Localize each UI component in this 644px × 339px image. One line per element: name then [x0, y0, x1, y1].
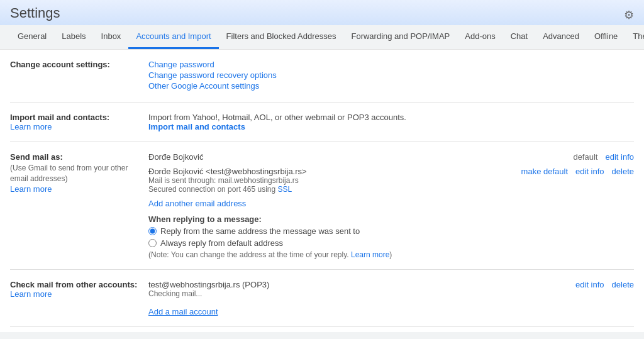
reply-option1-label: Reply from the same address the message … [160, 226, 360, 236]
section-content-send-mail: Đorđe Bojković default edit info Đorđe B… [148, 152, 634, 259]
nav-tab-addons[interactable]: Add-ons [457, 25, 502, 49]
import-learn-more[interactable]: Learn more [10, 122, 52, 131]
secondary-edit-link[interactable]: edit info [575, 167, 604, 176]
primary-edit-link[interactable]: edit info [605, 152, 634, 162]
reply-option2-row: Always reply from default address [148, 238, 634, 248]
import-action-link[interactable]: Import mail and contacts [148, 122, 245, 131]
change-account-link[interactable]: Other Google Account settings [148, 81, 634, 91]
secondary-secured: Secured connection on port 465 using SSL [148, 185, 521, 194]
nav-tab-filters[interactable]: Filters and Blocked Addresses [219, 25, 344, 49]
make-default-link[interactable]: make default [521, 167, 568, 176]
add-mail-account-link[interactable]: Add a mail account [148, 307, 218, 316]
label-title: Change account settings: [10, 60, 110, 69]
section-gmail-work: Using Gmail for work? Businesses can pow… [10, 327, 634, 332]
content-area: Change account settings: Change password… [0, 50, 644, 332]
secondary-address: Đorđe Bojković <test@webhostingsrbija.rs… [148, 167, 521, 176]
secondary-email-info: Đorđe Bojković <test@webhostingsrbija.rs… [148, 167, 521, 194]
check-mail-actions: edit info delete [575, 280, 634, 289]
change-account-link[interactable]: Change password recovery options [148, 70, 634, 80]
reply-learn-more[interactable]: Learn more [351, 250, 389, 259]
send-mail-label: Send mail as: [10, 152, 138, 162]
primary-name: Đorđe Bojković [148, 152, 203, 162]
reply-note: (Note: You can change the address at the… [148, 250, 634, 259]
check-delete-link[interactable]: delete [612, 280, 634, 289]
section-import: Import mail and contacts: Learn more Imp… [10, 103, 634, 142]
import-label-title: Import mail and contacts: [10, 113, 138, 122]
settings-header: Settings ⚙ [0, 0, 644, 25]
secondary-via: Mail is sent through: mail.webhostingsrb… [148, 176, 521, 185]
check-mail-status: Checking mail... [148, 289, 575, 298]
gear-icon[interactable]: ⚙ [624, 8, 634, 22]
primary-default-badge: default [573, 152, 597, 162]
section-content-check-mail: test@webhostingsrbija.rs (POP3) Checking… [148, 280, 634, 316]
check-mail-learn-more[interactable]: Learn more [10, 289, 52, 299]
import-description: Import from Yahoo!, Hotmail, AOL, or oth… [148, 113, 634, 122]
reply-option1-row: Reply from the same address the message … [148, 226, 634, 236]
secondary-email-row: Đorđe Bojković <test@webhostingsrbija.rs… [148, 167, 634, 194]
send-mail-sublabel: (Use Gmail to send from your other email… [10, 163, 138, 184]
primary-email-actions: default edit info [573, 152, 634, 162]
nav-tab-inbox[interactable]: Inbox [94, 25, 129, 49]
section-content-import: Import from Yahoo!, Hotmail, AOL, or oth… [148, 113, 634, 131]
primary-email-row: Đorđe Bojković default edit info [148, 152, 634, 162]
section-label-check-mail: Check mail from other accounts: Learn mo… [10, 280, 148, 316]
reply-label: When replying to a message: [148, 214, 634, 224]
note-suffix: ) [389, 250, 392, 259]
check-edit-link[interactable]: edit info [575, 280, 604, 289]
nav-tab-accounts[interactable]: Accounts and Import [128, 25, 218, 49]
section-check-mail: Check mail from other accounts: Learn mo… [10, 270, 634, 327]
nav-tab-chat[interactable]: Chat [503, 25, 535, 49]
section-change-account: Change account settings: Change password… [10, 50, 634, 103]
secondary-delete-link[interactable]: delete [612, 167, 634, 176]
change-account-link[interactable]: Change password [148, 60, 634, 69]
nav-tab-offline[interactable]: Offline [587, 25, 625, 49]
nav-tab-labels[interactable]: Labels [54, 25, 93, 49]
nav-tabs: GeneralLabelsInboxAccounts and ImportFil… [0, 25, 644, 50]
reply-option2-label: Always reply from default address [160, 238, 283, 248]
note-prefix: (Note: You can change the address at the… [148, 250, 349, 259]
ssl-link[interactable]: SSL [278, 185, 292, 194]
nav-tab-advanced[interactable]: Advanced [535, 25, 587, 49]
settings-title: Settings [10, 5, 60, 25]
primary-email-info: Đorđe Bojković [148, 152, 573, 162]
secured-text: Secured connection on port 465 using [148, 185, 275, 194]
check-mail-row: test@webhostingsrbija.rs (POP3) Checking… [148, 280, 634, 298]
check-mail-info: test@webhostingsrbija.rs (POP3) Checking… [148, 280, 575, 298]
section-send-mail: Send mail as: (Use Gmail to send from yo… [10, 142, 634, 270]
check-mail-account: test@webhostingsrbija.rs (POP3) [148, 280, 575, 289]
nav-tab-general[interactable]: General [10, 25, 54, 49]
add-email-link[interactable]: Add another email address [148, 199, 246, 208]
reply-option1-radio[interactable] [148, 227, 157, 235]
reply-option2-radio[interactable] [148, 239, 157, 247]
send-mail-learn-more[interactable]: Learn more [10, 184, 52, 194]
section-label-import: Import mail and contacts: Learn more [10, 113, 148, 131]
section-label-change-account: Change account settings: [10, 60, 148, 92]
check-mail-label: Check mail from other accounts: [10, 280, 138, 289]
section-content-change-account: Change passwordChange password recovery … [148, 60, 634, 92]
secondary-email-actions: make default edit info delete [521, 167, 634, 176]
nav-tab-themes[interactable]: Themes [625, 25, 644, 49]
nav-tab-forwarding[interactable]: Forwarding and POP/IMAP [343, 25, 457, 49]
section-label-send-mail: Send mail as: (Use Gmail to send from yo… [10, 152, 148, 259]
